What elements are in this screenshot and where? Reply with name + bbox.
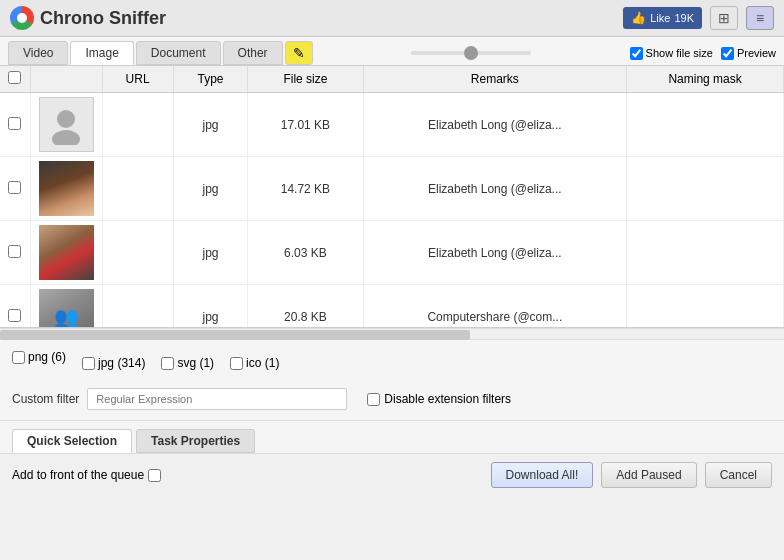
tab-image[interactable]: Image <box>70 41 133 65</box>
table-row: jpg 17.01 KB Elizabeth Long (@eliza... <box>0 93 784 157</box>
list-view-button[interactable]: ≡ <box>746 6 774 30</box>
pencil-button[interactable]: ✎ <box>285 41 313 65</box>
disable-ext-filter-checkbox[interactable] <box>367 393 380 406</box>
col-remarks: Remarks <box>363 66 627 93</box>
type-filter-checkboxes: png (6) jpg (314) svg (1) ico (1) <box>12 350 772 376</box>
thumbnail-image <box>39 161 94 216</box>
app-title-area: Chrono Sniffer <box>10 6 166 30</box>
row-checkbox[interactable] <box>8 181 21 194</box>
ico-filter-label[interactable]: ico (1) <box>230 350 279 376</box>
zoom-slider-area <box>315 51 628 55</box>
row-remarks: Elizabeth Long (@eliza... <box>363 157 627 221</box>
row-type: jpg <box>173 285 248 329</box>
show-filesize-checkbox-label[interactable]: Show file size <box>630 47 713 60</box>
cancel-button[interactable]: Cancel <box>705 462 772 488</box>
thumbnail-placeholder <box>39 97 94 152</box>
row-filesize: 6.03 KB <box>248 221 363 285</box>
list-icon: ≡ <box>756 10 764 26</box>
add-to-front-checkbox[interactable] <box>148 469 161 482</box>
quick-selection-tab[interactable]: Quick Selection <box>12 429 132 453</box>
file-table-container: URL Type File size Remarks Naming mask <box>0 66 784 328</box>
col-select-all <box>0 66 30 93</box>
jpg-filter-checkbox[interactable] <box>82 357 95 370</box>
preview-checkbox[interactable] <box>721 47 734 60</box>
add-to-front-area: Add to front of the queue <box>12 468 161 482</box>
tab-video[interactable]: Video <box>8 41 68 65</box>
col-naming-mask: Naming mask <box>627 66 784 93</box>
col-url: URL <box>102 66 173 93</box>
row-checkbox-cell <box>0 221 30 285</box>
person-silhouette-icon <box>46 105 86 145</box>
filter-area: png (6) jpg (314) svg (1) ico (1) Custom… <box>0 340 784 421</box>
grid-icon: ⊞ <box>718 10 730 26</box>
show-filesize-checkbox[interactable] <box>630 47 643 60</box>
select-all-checkbox[interactable] <box>8 71 21 84</box>
add-paused-button[interactable]: Add Paused <box>601 462 696 488</box>
table-row: jpg 14.72 KB Elizabeth Long (@eliza... <box>0 157 784 221</box>
table-row: jpg 6.03 KB Elizabeth Long (@eliza... <box>0 221 784 285</box>
svg-point-0 <box>57 110 75 128</box>
row-naming-mask <box>627 157 784 221</box>
zoom-slider-track <box>411 51 531 55</box>
ico-filter-checkbox[interactable] <box>230 357 243 370</box>
thumbs-up-icon: 👍 <box>631 11 646 25</box>
row-checkbox[interactable] <box>8 117 21 130</box>
svg-point-1 <box>52 130 80 145</box>
row-naming-mask <box>627 285 784 329</box>
row-checkbox-cell <box>0 93 30 157</box>
png-filter-label[interactable]: png (6) <box>12 350 66 364</box>
tabs-bar: Video Image Document Other ✎ Show file s… <box>0 37 784 66</box>
svg-filter-checkbox[interactable] <box>161 357 174 370</box>
grid-view-button[interactable]: ⊞ <box>710 6 738 30</box>
table-body: jpg 17.01 KB Elizabeth Long (@eliza... j… <box>0 93 784 329</box>
custom-filter-label: Custom filter <box>12 392 79 406</box>
col-filesize: File size <box>248 66 363 93</box>
horizontal-scrollbar <box>0 328 784 340</box>
row-url <box>102 93 173 157</box>
row-filesize: 20.8 KB <box>248 285 363 329</box>
row-thumbnail-cell: 👥 <box>30 285 102 329</box>
row-url <box>102 285 173 329</box>
row-remarks: Computershare (@com... <box>363 285 627 329</box>
custom-filter-input[interactable] <box>87 388 347 410</box>
row-type: jpg <box>173 157 248 221</box>
bottom-action-bar: Add to front of the queue Download All! … <box>0 453 784 496</box>
chrome-icon <box>10 6 34 30</box>
thumbnail-image: 👥 <box>39 289 94 328</box>
row-thumbnail-cell <box>30 157 102 221</box>
col-thumb <box>30 66 102 93</box>
task-properties-tab[interactable]: Task Properties <box>136 429 255 453</box>
col-type: Type <box>173 66 248 93</box>
title-right-controls: 👍 Like 19K ⊞ ≡ <box>623 6 774 30</box>
tab-document[interactable]: Document <box>136 41 221 65</box>
disable-ext-filter-label[interactable]: Disable extension filters <box>367 392 511 406</box>
row-filesize: 14.72 KB <box>248 157 363 221</box>
row-remarks: Elizabeth Long (@eliza... <box>363 221 627 285</box>
row-url <box>102 157 173 221</box>
row-type: jpg <box>173 93 248 157</box>
quick-tabs-bar: Quick Selection Task Properties <box>0 421 784 453</box>
png-filter-checkbox[interactable] <box>12 351 25 364</box>
add-to-front-label: Add to front of the queue <box>12 468 144 482</box>
app-title: Chrono Sniffer <box>40 8 166 29</box>
row-thumbnail-cell <box>30 93 102 157</box>
thumbnail-image <box>39 225 94 280</box>
svg-filter-label[interactable]: svg (1) <box>161 350 214 376</box>
row-checkbox-cell <box>0 285 30 329</box>
facebook-like-button[interactable]: 👍 Like 19K <box>623 7 702 29</box>
row-naming-mask <box>627 221 784 285</box>
table-row: 👥 jpg 20.8 KB Computershare (@com... <box>0 285 784 329</box>
row-checkbox[interactable] <box>8 245 21 258</box>
row-remarks: Elizabeth Long (@eliza... <box>363 93 627 157</box>
row-type: jpg <box>173 221 248 285</box>
jpg-filter-label[interactable]: jpg (314) <box>82 350 145 376</box>
row-url <box>102 221 173 285</box>
table-header: URL Type File size Remarks Naming mask <box>0 66 784 93</box>
row-thumbnail-cell <box>30 221 102 285</box>
zoom-slider-thumb[interactable] <box>464 46 478 60</box>
tab-other[interactable]: Other <box>223 41 283 65</box>
options-area: Show file size Preview <box>630 47 776 60</box>
row-checkbox[interactable] <box>8 309 21 322</box>
download-all-button[interactable]: Download All! <box>491 462 594 488</box>
preview-checkbox-label[interactable]: Preview <box>721 47 776 60</box>
